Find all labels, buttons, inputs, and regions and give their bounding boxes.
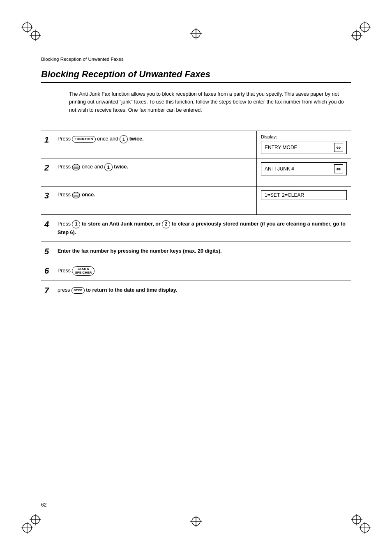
menu-button-icon-2	[72, 191, 80, 199]
step-1-instruction: Press FUNKTION once and 1 twice.	[58, 135, 251, 143]
step-4-number: 4	[44, 220, 53, 229]
step-6-instruction: Press START/SPEICHER	[58, 266, 348, 276]
step-1-left: 1 Press FUNKTION once and 1 twice.	[41, 131, 256, 159]
step-row-2: 2 Press once and 1 twice. ANTI JUNK # ⇔	[41, 159, 351, 187]
display-box-2: ANTI JUNK # ⇔	[261, 162, 347, 175]
reg-mark-inner-tr	[351, 30, 362, 41]
breadcrumb: Blocking Reception of Unwanted Faxes	[41, 57, 124, 62]
step-5-number: 5	[44, 247, 53, 256]
display-box-3: 1=SET, 2=CLEAR	[261, 190, 347, 200]
display-text-2: ANTI JUNK #	[265, 166, 294, 172]
display-arrow-1: ⇔	[334, 143, 343, 152]
step-3-instruction: Press once.	[58, 191, 251, 199]
step-4-instruction: Press 1 to store an Anti Junk number, or…	[58, 220, 348, 237]
page-title: Blocking Reception of Unwanted Faxes	[41, 69, 351, 83]
reg-mark-inner-tl	[30, 30, 41, 41]
display-arrow-2: ⇔	[334, 164, 343, 173]
step-2-left: 2 Press once and 1 twice.	[41, 159, 256, 187]
num2-circle-icon: 2	[162, 220, 170, 228]
page-number: 62	[41, 502, 46, 508]
num1-circle-icon: 1	[120, 135, 128, 143]
step-2-instruction: Press once and 1 twice.	[58, 163, 251, 171]
reg-mark-bc	[190, 516, 202, 527]
step-row-6: 6 Press START/SPEICHER	[41, 261, 351, 281]
step-row-1: 1 Press FUNKTION once and 1 twice. Displ…	[41, 131, 351, 159]
steps-table: 1 Press FUNKTION once and 1 twice. Displ…	[41, 131, 351, 300]
step-1-number: 1	[44, 135, 53, 144]
step-7-number: 7	[44, 286, 53, 295]
reg-mark-inner-bl	[30, 514, 41, 525]
num1-circle-icon-3: 1	[72, 220, 80, 228]
start-speicher-button-icon: START/SPEICHER	[72, 266, 95, 276]
step-2-number: 2	[44, 163, 53, 172]
stop-button-icon: STOP	[71, 287, 85, 294]
reg-mark-tc	[190, 28, 202, 39]
display-box-1: ENTRY MODE ⇔	[261, 141, 347, 154]
step-5-instruction: Enter the fax number by pressing the num…	[58, 247, 348, 255]
step-row-3: 3 Press once. 1=SET, 2=CLEAR	[41, 187, 351, 215]
num1-circle-icon-2: 1	[104, 163, 113, 171]
display-text-1: ENTRY MODE	[265, 145, 297, 150]
step-3-display: 1=SET, 2=CLEAR	[256, 187, 351, 214]
intro-text: The Anti Junk Fax function allows you to…	[69, 90, 351, 114]
step-3-number: 3	[44, 191, 53, 200]
display-text-3: 1=SET, 2=CLEAR	[265, 192, 304, 198]
step-6-number: 6	[44, 266, 53, 275]
step-row-7: 7 press STOP to return to the date and t…	[41, 281, 351, 300]
step-row-4: 4 Press 1 to store an Anti Junk number, …	[41, 215, 351, 242]
reg-mark-inner-br	[351, 514, 362, 525]
menu-button-icon	[72, 164, 80, 171]
page: Blocking Reception of Unwanted Faxes Blo…	[0, 0, 392, 555]
step-3-left: 3 Press once.	[41, 187, 256, 214]
funktion-button-icon: FUNKTION	[72, 136, 95, 143]
display-label-1: Display:	[261, 134, 347, 139]
step-7-instruction: press STOP to return to the date and tim…	[58, 286, 348, 294]
step-1-display: Display: ENTRY MODE ⇔	[256, 131, 351, 159]
step-row-5: 5 Enter the fax number by pressing the n…	[41, 242, 351, 261]
step-2-display: ANTI JUNK # ⇔	[256, 159, 351, 187]
